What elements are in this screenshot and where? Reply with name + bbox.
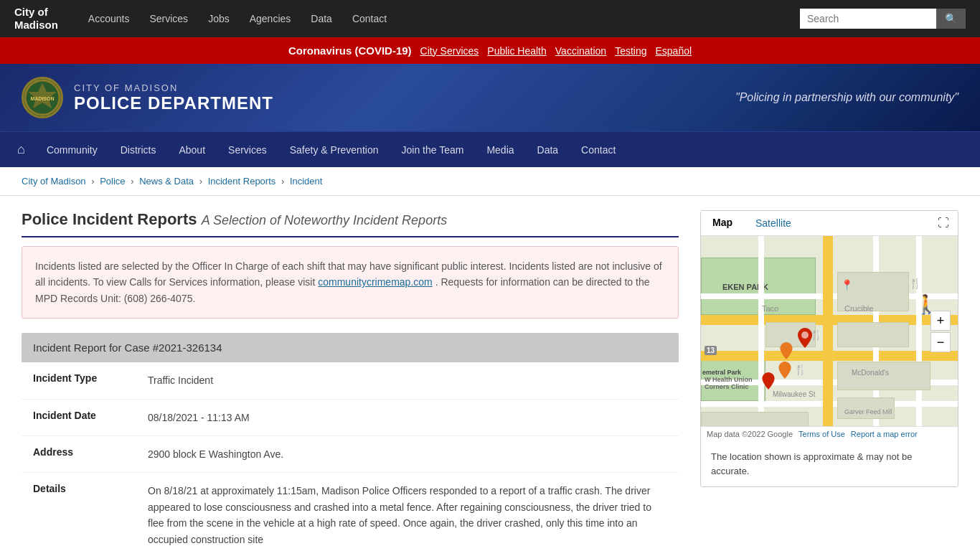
table-row: Incident Type Traffic Incident xyxy=(22,362,679,399)
map-footer: Map data ©2022 Google Terms of Use Repor… xyxy=(701,426,958,441)
map-label-milwaukee: Milwaukee St xyxy=(773,390,815,398)
map-poi-pin3: 📍 xyxy=(841,279,853,291)
incident-table: Incident Type Traffic Incident Incident … xyxy=(22,362,679,551)
map-label-taco: Taco xyxy=(762,304,778,313)
police-nav-data[interactable]: Data xyxy=(526,134,570,166)
map-tab-satellite[interactable]: Satellite xyxy=(744,212,803,235)
nav-accounts[interactable]: Accounts xyxy=(80,9,138,29)
police-nav-districts[interactable]: Districts xyxy=(109,134,168,166)
map-park2-label: emetral Park xyxy=(702,369,741,376)
map-street-v3 xyxy=(916,236,922,426)
map-visual: EKEN PARK emetral Park xyxy=(701,236,958,426)
dept-badge: MADISON xyxy=(22,77,63,118)
page-title: Police Incident Reports A Selection of N… xyxy=(22,210,679,237)
dept-title: CITY OF MADISON POLICE DEPARTMENT xyxy=(74,83,273,113)
field-label-date: Incident Date xyxy=(22,399,136,435)
nav-agencies[interactable]: Agencies xyxy=(241,9,300,29)
map-label-health: W Health UnionCorners Clinic xyxy=(705,376,753,390)
map-zoom-in[interactable]: + xyxy=(930,311,951,331)
map-poi-fork2: 🍴 xyxy=(794,364,806,375)
map-report-link[interactable]: Report a map error xyxy=(851,430,918,438)
field-value-type: Traffic Incident xyxy=(136,362,679,399)
map-block4 xyxy=(701,412,809,426)
police-navigation: ⌂ Community Districts About Services Saf… xyxy=(0,131,980,167)
map-terms-link[interactable]: Terms of Use xyxy=(798,430,845,438)
city-of-label: CITY OF MADISON xyxy=(74,83,273,93)
map-note: The location shown is approximate & may … xyxy=(701,441,958,486)
field-value-date: 08/18/2021 - 11:13 AM xyxy=(136,399,679,435)
map-expand-icon[interactable]: ⛶ xyxy=(929,211,958,235)
map-data-credit: Map data ©2022 Google xyxy=(707,430,793,438)
police-nav-safety[interactable]: Safety & Prevention xyxy=(278,134,390,166)
breadcrumb-sep2: › xyxy=(131,176,136,187)
breadcrumb-incident[interactable]: Incident xyxy=(290,176,323,187)
map-label-highway: 13 xyxy=(705,346,717,355)
police-nav-home[interactable]: ⌂ xyxy=(7,132,35,167)
map-road-v1 xyxy=(823,236,833,426)
dept-header: MADISON CITY OF MADISON POLICE DEPARTMEN… xyxy=(0,64,980,131)
field-value-address: 2900 block E Washington Ave. xyxy=(136,435,679,472)
dept-motto: "Policing in partnership with our commun… xyxy=(735,91,958,104)
brand-line1: City of xyxy=(14,6,48,18)
nav-contact[interactable]: Contact xyxy=(344,9,395,29)
top-navigation: City of Madison Accounts Services Jobs A… xyxy=(0,0,980,37)
main-content: Police Incident Reports A Selection of N… xyxy=(0,196,980,551)
covid-link-vaccination[interactable]: Vaccination xyxy=(555,45,606,57)
police-nav-services[interactable]: Services xyxy=(217,134,278,166)
search-area: 🔍 xyxy=(800,9,966,29)
svg-point-3 xyxy=(801,331,809,339)
city-brand: City of Madison xyxy=(14,6,58,32)
table-row: Details On 8/18/21 at approximately 11:1… xyxy=(22,473,679,551)
map-poi-fork: 🍴 xyxy=(810,329,822,341)
brand-line2: Madison xyxy=(14,19,58,31)
search-input[interactable] xyxy=(800,9,936,29)
community-crime-map-link[interactable]: communitycrimemap.com xyxy=(318,276,432,288)
police-nav-media[interactable]: Media xyxy=(475,134,525,166)
map-poi-pin4: 🍴 xyxy=(909,278,921,289)
police-nav-contact[interactable]: Contact xyxy=(570,134,627,166)
field-label-type: Incident Type xyxy=(22,362,136,399)
nav-services[interactable]: Services xyxy=(141,9,197,29)
map-street-v1 xyxy=(758,236,764,426)
map-container: Map Satellite ⛶ EKEN PARK emetral Park xyxy=(700,210,958,487)
covid-link-testing[interactable]: Testing xyxy=(615,45,646,57)
police-nav-about[interactable]: About xyxy=(167,134,217,166)
map-pin-red2 xyxy=(762,372,775,392)
incident-header: Incident Report for Case #2021-326134 xyxy=(22,333,679,362)
breadcrumb-sep1: › xyxy=(91,176,97,187)
map-zoom-out[interactable]: − xyxy=(930,332,951,352)
map-pin-orange2 xyxy=(778,362,791,381)
police-dept-label: POLICE DEPARTMENT xyxy=(74,93,273,113)
content-left: Police Incident Reports A Selection of N… xyxy=(22,210,679,551)
map-label-crucible: Crucible xyxy=(844,304,873,313)
info-box: Incidents listed are selected by the Off… xyxy=(22,246,679,319)
dept-logo: MADISON CITY OF MADISON POLICE DEPARTMEN… xyxy=(22,77,273,118)
covid-banner: Coronavirus (COVID-19) City Services Pub… xyxy=(0,37,980,64)
police-nav-join[interactable]: Join the Team xyxy=(390,134,475,166)
breadcrumb-police[interactable]: Police xyxy=(100,176,125,187)
breadcrumb-sep4: › xyxy=(281,176,287,187)
map-label-mcdonalds: McDonald's xyxy=(852,369,889,377)
page-title-bold: Police Incident Reports xyxy=(22,210,197,228)
field-value-details: On 8/18/21 at approximately 11:15am, Mad… xyxy=(136,473,679,551)
top-nav-links: Accounts Services Jobs Agencies Data Con… xyxy=(80,9,800,29)
map-zoom-controls: + − xyxy=(930,311,951,352)
field-label-details: Details xyxy=(22,473,136,551)
search-button[interactable]: 🔍 xyxy=(936,9,966,29)
map-tab-map[interactable]: Map xyxy=(701,211,744,235)
incident-report: Incident Report for Case #2021-326134 In… xyxy=(22,333,679,551)
nav-jobs[interactable]: Jobs xyxy=(199,9,238,29)
covid-link-city-services[interactable]: City Services xyxy=(420,45,479,57)
nav-data[interactable]: Data xyxy=(302,9,341,29)
breadcrumb-city[interactable]: City of Madison xyxy=(22,176,86,187)
covid-label: Coronavirus (COVID-19) xyxy=(288,44,412,57)
map-tabs: Map Satellite ⛶ xyxy=(701,211,958,236)
breadcrumb: City of Madison › Police › News & Data ›… xyxy=(0,167,980,196)
covid-link-espanol[interactable]: Español xyxy=(656,45,692,57)
breadcrumb-incident-reports[interactable]: Incident Reports xyxy=(208,176,276,187)
breadcrumb-news[interactable]: News & Data xyxy=(139,176,194,187)
police-nav-community[interactable]: Community xyxy=(35,134,109,166)
page-title-italic: A Selection of Noteworthy Incident Repor… xyxy=(202,213,448,227)
map-label-garver: Garver Feed Mill xyxy=(844,408,892,415)
covid-link-public-health[interactable]: Public Health xyxy=(487,45,547,57)
